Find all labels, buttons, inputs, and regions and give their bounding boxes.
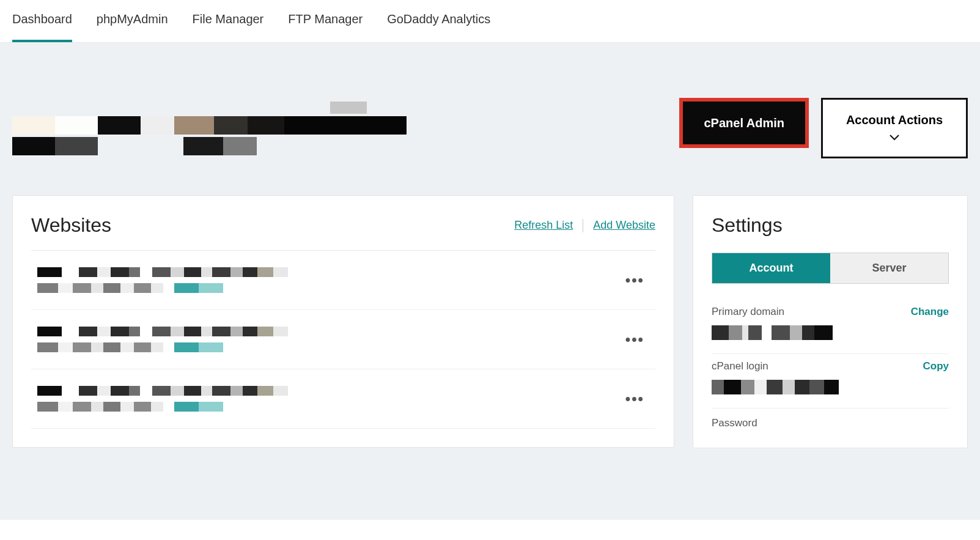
tab-godaddy-analytics[interactable]: GoDaddy Analytics [387, 12, 490, 42]
segment-account[interactable]: Account [712, 253, 830, 283]
tab-phpmyadmin[interactable]: phpMyAdmin [97, 12, 168, 42]
account-actions-label: Account Actions [846, 113, 943, 127]
websites-list: ••••••••• [31, 251, 655, 429]
websites-card: Websites Refresh List Add Website ••••••… [12, 195, 674, 448]
settings-title: Settings [712, 214, 949, 253]
primary-domain-field: Primary domain Cha [712, 300, 949, 354]
refresh-list-link[interactable]: Refresh List [514, 219, 573, 232]
header-row: cPanel Admin Account Actions [12, 43, 968, 195]
websites-header: Websites Refresh List Add Website [31, 214, 655, 251]
main-area: cPanel Admin Account Actions Websites Re… [0, 43, 980, 520]
websites-links: Refresh List Add Website [514, 219, 655, 232]
website-row: ••• [31, 369, 655, 429]
primary-domain-value-redacted [712, 325, 833, 340]
cpanel-admin-label: cPanel Admin [704, 116, 784, 130]
cpanel-login-field: cPanel login Copy [712, 354, 949, 409]
website-row: ••• [31, 310, 655, 369]
primary-domain-change-link[interactable]: Change [911, 306, 949, 318]
websites-title: Websites [31, 214, 111, 237]
cpanel-login-copy-link[interactable]: Copy [923, 360, 949, 372]
settings-card: Settings Account Server Primary domain [693, 195, 968, 448]
cpanel-login-label: cPanel login [712, 360, 839, 372]
cpanel-login-value-redacted [712, 380, 839, 394]
website-info-redacted [37, 327, 621, 352]
website-info-redacted [37, 386, 621, 412]
chevron-down-icon [890, 132, 899, 143]
tab-ftp-manager[interactable]: FTP Manager [288, 12, 363, 42]
primary-domain-label: Primary domain [712, 306, 833, 318]
password-label: Password [712, 409, 949, 429]
website-actions-menu[interactable]: ••• [621, 385, 649, 412]
separator [583, 219, 583, 232]
tab-file-manager[interactable]: File Manager [193, 12, 264, 42]
content-row: Websites Refresh List Add Website ••••••… [12, 195, 968, 448]
settings-segment: Account Server [712, 253, 949, 284]
website-row: ••• [31, 251, 655, 310]
website-actions-menu[interactable]: ••• [621, 326, 649, 353]
top-tabs: DashboardphpMyAdminFile ManagerFTP Manag… [0, 0, 980, 43]
website-info-redacted [37, 267, 621, 293]
account-actions-button[interactable]: Account Actions [821, 98, 968, 158]
cpanel-admin-button[interactable]: cPanel Admin [679, 98, 809, 148]
website-actions-menu[interactable]: ••• [621, 267, 649, 294]
account-title-redacted [12, 102, 679, 155]
add-website-link[interactable]: Add Website [593, 219, 655, 232]
tab-dashboard[interactable]: Dashboard [12, 12, 72, 42]
segment-server[interactable]: Server [830, 253, 948, 283]
header-actions: cPanel Admin Account Actions [679, 98, 968, 158]
